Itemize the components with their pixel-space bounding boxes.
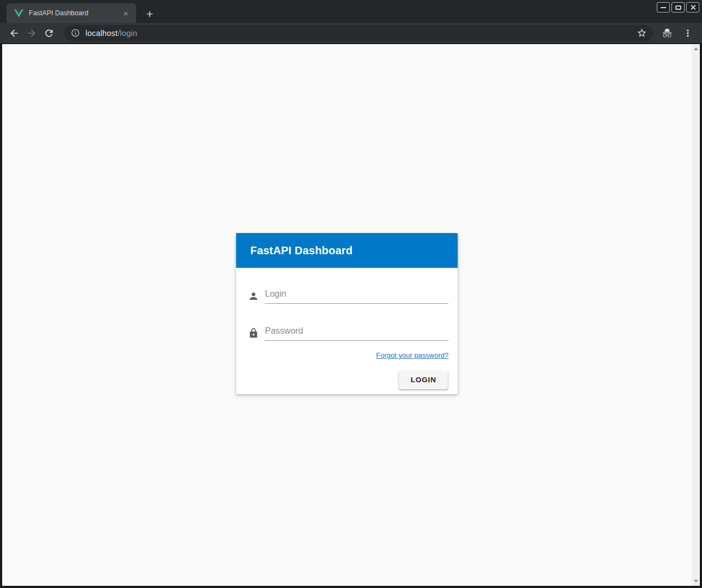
minimize-icon	[661, 7, 666, 8]
site-info-icon[interactable]	[71, 28, 80, 38]
forgot-password-row: Forgot your password?	[248, 350, 449, 360]
tab-title: FastAPI Dashboard	[29, 9, 121, 17]
window-controls	[657, 2, 699, 13]
password-input[interactable]	[265, 326, 449, 341]
window-close-button[interactable]	[686, 2, 699, 13]
forward-button[interactable]	[23, 24, 40, 42]
toolbar-right	[658, 24, 697, 42]
back-button[interactable]	[5, 24, 23, 42]
address-bar[interactable]: localhost/login	[64, 25, 653, 41]
login-input-wrap	[265, 289, 449, 304]
login-button-row: LOGIN	[248, 370, 449, 389]
reload-button[interactable]	[40, 24, 58, 42]
incognito-icon	[662, 28, 673, 39]
card-header: FastAPI Dashboard	[236, 233, 458, 268]
arrow-forward-icon	[26, 28, 37, 39]
page-scrollbar[interactable]	[692, 44, 700, 586]
scrollbar-down-arrow-icon[interactable]	[694, 580, 698, 583]
window-minimize-button[interactable]	[657, 2, 670, 13]
card-title: FastAPI Dashboard	[251, 244, 353, 257]
login-card-area: FastAPI Dashboard	[2, 44, 692, 586]
scrollbar-up-arrow-icon[interactable]	[694, 47, 698, 50]
password-input-wrap	[265, 326, 449, 341]
browser-menu-button[interactable]	[679, 24, 697, 42]
arrow-back-icon	[9, 28, 20, 39]
star-outline-icon	[637, 28, 647, 38]
login-card: FastAPI Dashboard	[236, 233, 458, 394]
more-vert-icon	[682, 28, 693, 39]
new-tab-button[interactable]: +	[143, 7, 157, 21]
card-body: Forgot your password? LOGIN	[236, 268, 458, 394]
page-content: FastAPI Dashboard	[2, 44, 700, 586]
password-field-row	[248, 326, 449, 341]
window-maximize-button[interactable]	[672, 2, 685, 13]
browser-toolbar: localhost/login	[0, 23, 702, 44]
close-icon	[690, 4, 696, 10]
bookmark-button[interactable]	[633, 25, 650, 41]
reload-icon	[44, 28, 54, 39]
lock-icon	[248, 328, 259, 339]
maximize-icon	[675, 5, 681, 10]
browser-tab-fastapi-dashboard[interactable]: FastAPI Dashboard ×	[7, 3, 136, 23]
url-text: localhost/login	[86, 29, 137, 38]
login-field-row	[248, 289, 449, 304]
forgot-password-link[interactable]: Forgot your password?	[376, 351, 449, 359]
url-host: localhost	[86, 29, 118, 38]
incognito-indicator	[658, 24, 676, 42]
login-button[interactable]: LOGIN	[399, 370, 448, 389]
tab-close-icon[interactable]: ×	[121, 8, 131, 18]
vue-logo-icon	[14, 9, 23, 17]
url-path: /login	[118, 29, 137, 38]
person-icon	[248, 291, 259, 302]
tab-strip: FastAPI Dashboard × +	[0, 0, 702, 23]
login-input[interactable]	[265, 289, 449, 304]
